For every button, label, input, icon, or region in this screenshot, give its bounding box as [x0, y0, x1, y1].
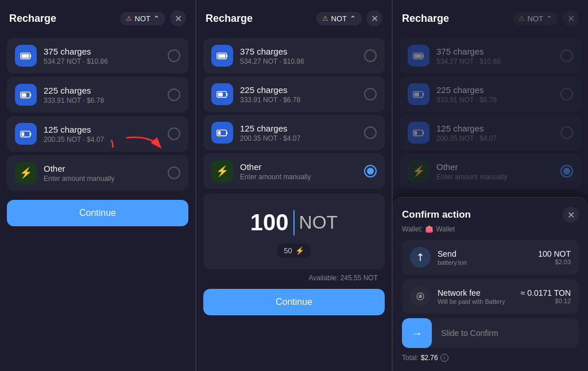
confirm-header: Confirm action ✕: [402, 207, 579, 223]
option-375-sub-3: 534.27 NOT · $10.86: [436, 57, 554, 65]
radio-125-3: [560, 126, 573, 139]
close-button-1[interactable]: ✕: [170, 10, 186, 26]
radio-other-2[interactable]: [364, 165, 377, 177]
svg-rect-17: [415, 131, 417, 134]
svg-point-19: [419, 295, 422, 298]
not-badge-2[interactable]: ⚠ NOT ⌃: [316, 12, 362, 25]
option-375-sub-1: 534.27 NOT · $10.86: [44, 57, 161, 65]
option-125-label-2: 125 charges: [240, 123, 357, 133]
warn-icon-2: ⚠: [322, 14, 328, 22]
fee-text: Network fee Will be paid with Battery: [438, 288, 514, 305]
continue-button-1[interactable]: Continue: [7, 200, 188, 226]
svg-rect-3: [22, 93, 26, 96]
fee-label: Network fee: [438, 288, 514, 297]
option-225-label-1: 225 charges: [44, 86, 161, 95]
lightning-icon: ⚡: [295, 246, 304, 255]
option-125-sub-3: 200.35 NOT · $4.07: [436, 134, 554, 142]
chevron-1: ⌃: [153, 14, 160, 23]
radio-inner-3: [563, 168, 570, 175]
option-other-label-3: Other: [436, 162, 554, 172]
option-375-2[interactable]: 375 charges 534.27 NOT · $10.86: [203, 38, 385, 74]
fee-amount-usd: $0.12: [521, 297, 571, 304]
send-amount-main: 100 NOT: [538, 249, 571, 258]
option-225-label-2: 225 charges: [240, 85, 357, 95]
battery-other-icon-2: ⚡: [211, 160, 233, 182]
option-other-2[interactable]: ⚡ Other Enter amount manually: [203, 153, 385, 189]
option-125-1[interactable]: 125 charges 200.35 NOT · $4.07: [7, 116, 188, 152]
option-125-text-3: 125 charges 200.35 NOT · $4.07: [436, 123, 554, 142]
radio-225-2[interactable]: [364, 88, 377, 101]
option-375-1[interactable]: 375 charges 534.27 NOT · $10.86: [7, 38, 188, 74]
slide-thumb[interactable]: →: [402, 318, 432, 348]
send-amount-usd: $2.03: [538, 258, 571, 265]
min-badge: 50 ⚡: [277, 244, 311, 258]
amount-display: 100 NOT: [250, 210, 338, 235]
svg-rect-15: [415, 92, 419, 96]
svg-rect-5: [22, 132, 25, 136]
total-row: Total: $2.76 i: [402, 354, 579, 362]
radio-225-3: [560, 88, 573, 101]
radio-225-1[interactable]: [168, 88, 180, 101]
battery-med-icon-1: [15, 84, 37, 106]
available-text: Available: 245.55 NOT: [203, 274, 385, 282]
option-other-1[interactable]: ⚡ Other Enter amount manually: [7, 155, 188, 191]
svg-rect-11: [218, 131, 221, 134]
panel-2: Recharge ⚠ NOT ⌃ ✕ 375 charges 534.27 NO…: [196, 0, 392, 371]
options-list-1: 375 charges 534.27 NOT · $10.86 225 char…: [0, 33, 195, 195]
fee-sub: Will be paid with Battery: [438, 298, 514, 305]
svg-rect-7: [218, 54, 226, 57]
close-button-3[interactable]: ✕: [563, 10, 579, 26]
confirm-wallet: Wallet: 👛 Wallet: [402, 225, 579, 233]
option-225-label-3: 225 charges: [436, 85, 554, 95]
radio-375-3: [560, 49, 573, 62]
send-amount: 100 NOT $2.03: [538, 249, 571, 265]
option-225-1[interactable]: 225 charges 333.91 NOT · $6.78: [7, 77, 188, 113]
option-225-2[interactable]: 225 charges 333.91 NOT · $6.78: [203, 76, 385, 112]
amount-cursor: [293, 210, 295, 235]
option-225-text-1: 225 charges 333.91 NOT · $6.78: [44, 86, 161, 105]
option-375-text-2: 375 charges 534.27 NOT · $10.86: [240, 47, 357, 65]
confirm-title: Confirm action: [402, 209, 471, 221]
option-375-sub-2: 534.27 NOT · $10.86: [240, 57, 357, 65]
svg-rect-9: [218, 92, 223, 96]
option-375-label-2: 375 charges: [240, 47, 357, 56]
panel-3-header-right: ⚠ NOT ⌃ ✕: [513, 10, 579, 26]
chevron-2: ⌃: [350, 14, 356, 23]
radio-125-1[interactable]: [168, 127, 180, 140]
radio-375-2[interactable]: [364, 49, 377, 62]
min-value: 50: [284, 246, 292, 255]
amount-unit: NOT: [299, 212, 338, 233]
option-375-label-3: 375 charges: [436, 47, 554, 56]
panel-1-header-right: ⚠ NOT ⌃ ✕: [120, 10, 186, 26]
slide-confirm[interactable]: → Slide to Confirm: [402, 318, 579, 348]
total-amount: $2.76: [421, 354, 438, 362]
radio-other-1[interactable]: [168, 167, 180, 179]
svg-rect-1: [22, 54, 29, 57]
info-icon[interactable]: i: [440, 354, 448, 362]
option-other-text-1: Other Enter amount manually: [44, 164, 161, 183]
battery-full-icon-2: [211, 45, 233, 67]
options-list-3: 375 charges 534.27 NOT · $10.86 225 char…: [393, 33, 588, 194]
option-225-text-3: 225 charges 333.91 NOT · $6.78: [436, 85, 554, 104]
not-badge-1[interactable]: ⚠ NOT ⌃: [120, 12, 165, 25]
radio-125-2[interactable]: [364, 126, 377, 139]
confirm-close-button[interactable]: ✕: [563, 207, 579, 223]
option-other-sub-2: Enter amount manually: [240, 173, 357, 181]
panel-3: Recharge ⚠ NOT ⌃ ✕ 375 charges 534.27 NO…: [393, 0, 588, 371]
option-125-2[interactable]: 125 charges 200.35 NOT · $4.07: [203, 115, 385, 150]
send-sub: battery.ton: [438, 259, 531, 266]
continue-button-2[interactable]: Continue: [203, 289, 385, 315]
option-other-text-2: Other Enter amount manually: [240, 162, 357, 181]
radio-375-1[interactable]: [168, 49, 180, 62]
option-225-sub-1: 333.91 NOT · $6.78: [44, 96, 161, 105]
option-other-text-3: Other Enter amount manually: [436, 162, 554, 181]
options-list-2: 375 charges 534.27 NOT · $10.86 225 char…: [196, 33, 392, 194]
close-button-2[interactable]: ✕: [366, 10, 382, 26]
fee-icon: [410, 286, 431, 307]
wallet-name: Wallet: [436, 225, 455, 233]
not-badge-3: ⚠ NOT ⌃: [513, 12, 558, 25]
wallet-label: Wallet:: [402, 225, 423, 233]
battery-other-icon-1: ⚡: [15, 162, 37, 184]
wallet-icon: 👛: [425, 225, 434, 233]
battery-low-icon-1: [15, 123, 37, 145]
